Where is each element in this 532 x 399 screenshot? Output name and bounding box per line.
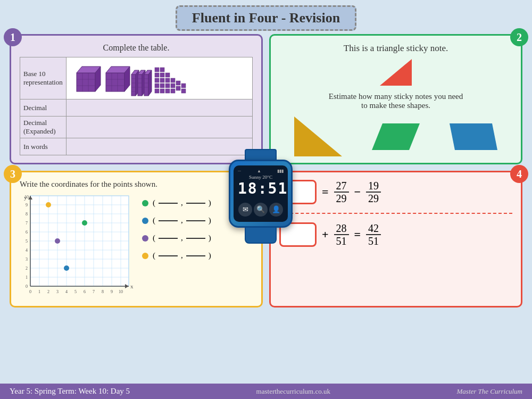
coord-open-purple: ( [153,234,155,243]
coord-close-blue: ) [209,216,211,225]
watch-time: 18:51 [238,180,284,197]
coord-line-blue: ( , ) [142,216,211,225]
q4-equations: = 27 29 − 19 29 + 28 51 = [279,180,512,247]
badge-2: 2 [510,28,528,46]
svg-text:6: 6 [84,289,86,294]
blank-x-purple[interactable] [159,238,178,239]
svg-rect-35 [155,78,159,82]
denominator-51a: 51 [334,235,349,247]
base10-table: Base 10representation [20,57,253,155]
watch-mail-icon[interactable]: ✉ [238,203,252,217]
coord-comma-blue: , [181,216,183,225]
dot-yellow-indicator [142,253,148,259]
dot-blue-indicator [142,218,148,224]
dot-purple-indicator [142,235,148,242]
yellow-triangle [294,117,342,156]
equals-sign-1: = [322,185,329,199]
badge-1: 1 [4,28,22,46]
value-words[interactable] [66,138,252,155]
watch-body: ··· ▲ ▮▮▮ Sunny 20°C 18:51 ✉ 🔍 👤 [229,160,293,228]
value-decimal-expanded[interactable] [66,117,252,138]
fraction-28-51: 28 51 [334,222,349,247]
blank-x-blue[interactable] [159,220,178,221]
shapes-row [279,117,512,156]
fraction-27-29: 27 29 [334,180,349,204]
svg-text:6: 6 [26,230,28,235]
svg-text:7: 7 [26,221,28,226]
coord-line-yellow: ( , ) [142,251,211,260]
footer-website: masterthecurriculum.co.uk [256,387,330,396]
value-decimal[interactable] [66,99,252,117]
svg-rect-7 [106,73,124,92]
watch-search-icon[interactable]: 🔍 [254,203,268,217]
equation-2: + 28 51 = 42 51 [279,222,512,247]
svg-text:8: 8 [26,212,28,217]
numerator-19: 19 [366,180,381,193]
footer-year-term: Year 5: Spring Term: Week 10: Day 5 [10,387,130,396]
minus-sign: − [354,185,361,199]
svg-text:2: 2 [47,289,49,294]
base10-blocks-svg [69,60,207,97]
q3-content: y x 0 1 2 3 4 5 6 7 8 9 10 0 [20,193,253,300]
numerator-42: 42 [366,222,381,235]
badge-4: 4 [510,165,528,183]
svg-marker-54 [380,59,412,86]
svg-rect-27 [144,74,148,96]
blank-y-blue[interactable] [186,220,205,221]
svg-text:5: 5 [26,239,28,244]
coord-comma-yellow: , [181,251,183,260]
svg-rect-41 [160,84,164,88]
svg-marker-55 [294,117,342,156]
svg-text:3: 3 [56,289,59,294]
dot-blue [64,265,69,271]
svg-text:5: 5 [74,289,77,294]
equals-sign-2: = [354,228,361,242]
watch-weather: Sunny 20°C [238,174,284,180]
fraction-19-29: 19 29 [366,180,381,204]
svg-text:1: 1 [26,275,28,280]
smartwatch: ··· ▲ ▮▮▮ Sunny 20°C 18:51 ✉ 🔍 👤 [229,149,293,244]
svg-rect-43 [165,73,170,77]
dot-yellow [46,202,51,207]
svg-rect-37 [155,89,159,93]
dot-purple [55,238,60,244]
coord-comma-purple: , [181,234,183,243]
blank-x-green[interactable] [159,203,178,204]
svg-rect-42 [160,89,164,93]
svg-text:0: 0 [26,284,28,289]
svg-rect-47 [171,78,175,82]
svg-rect-33 [155,68,159,72]
svg-rect-21 [138,74,142,96]
row-label-base10: Base 10representation [20,57,66,99]
watch-strap-bottom [245,228,277,244]
svg-text:x: x [130,283,134,289]
watch-wifi: ▲ [257,169,261,173]
footer-brand: Master The Curriculum [457,387,523,396]
svg-text:7: 7 [93,289,95,294]
table-row-base10: Base 10representation [20,57,253,99]
blank-y-yellow[interactable] [186,255,205,256]
svg-rect-52 [181,84,186,88]
numerator-27: 27 [334,180,349,193]
denominator-51b: 51 [366,235,381,247]
blue-parallelogram [450,123,497,150]
dot-green [82,220,87,226]
watch-screen: ··· ▲ ▮▮▮ Sunny 20°C 18:51 ✉ 🔍 👤 [234,165,288,222]
blank-x-yellow[interactable] [159,255,178,256]
green-parallelogram [372,123,420,150]
watch-signal: ··· [238,169,241,173]
svg-text:10: 10 [119,289,123,294]
red-triangle-sticky [380,59,412,86]
blank-y-green[interactable] [186,203,205,204]
quadrant-3: 3 Write the coordinates for the points s… [10,171,263,307]
watch-user-icon[interactable]: 👤 [269,203,283,217]
coord-open-blue: ( [153,216,155,225]
label-decimal: Decimal [20,99,66,117]
svg-rect-48 [171,84,175,88]
coord-open-yellow: ( [153,251,155,260]
fraction-42-51: 42 51 [366,222,381,247]
svg-marker-56 [372,123,420,150]
table-row-decimal: Decimal [20,99,253,117]
svg-rect-14 [131,74,136,96]
blank-y-purple[interactable] [186,238,205,239]
